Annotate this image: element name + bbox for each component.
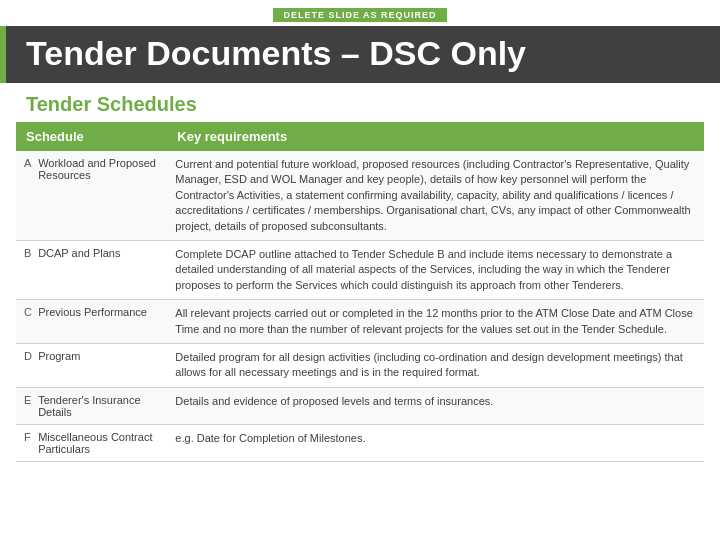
row-requirements: Current and potential future workload, p… xyxy=(167,151,704,240)
table-row: DProgramDetailed program for all design … xyxy=(16,343,704,387)
table-wrapper: Schedule Key requirements AWorkload and … xyxy=(0,122,720,462)
table-row: FMiscellaneous Contract Particularse.g. … xyxy=(16,424,704,461)
col2-header: Key requirements xyxy=(167,122,704,151)
row-schedule: Program xyxy=(36,343,167,387)
row-requirements: e.g. Date for Completion of Milestones. xyxy=(167,424,704,461)
title-area: Tender Documents – DSC Only xyxy=(0,26,720,83)
table-row: CPrevious PerformanceAll relevant projec… xyxy=(16,300,704,344)
row-schedule: Miscellaneous Contract Particulars xyxy=(36,424,167,461)
row-requirements: Complete DCAP outline attached to Tender… xyxy=(167,240,704,299)
row-schedule: Previous Performance xyxy=(36,300,167,344)
row-letter: A xyxy=(16,151,36,240)
table-row: ETenderer's Insurance DetailsDetails and… xyxy=(16,387,704,424)
row-requirements: Details and evidence of proposed levels … xyxy=(167,387,704,424)
row-requirements: Detailed program for all design activiti… xyxy=(167,343,704,387)
schedules-table: Schedule Key requirements AWorkload and … xyxy=(16,122,704,462)
row-schedule: Workload and Proposed Resources xyxy=(36,151,167,240)
row-letter: F xyxy=(16,424,36,461)
delete-banner-label: DELETE SLIDE AS REQUIRED xyxy=(273,8,446,22)
row-letter: D xyxy=(16,343,36,387)
row-requirements: All relevant projects carried out or com… xyxy=(167,300,704,344)
subtitle: Tender Schedules xyxy=(26,93,700,116)
row-letter: C xyxy=(16,300,36,344)
delete-banner: DELETE SLIDE AS REQUIRED xyxy=(0,0,720,26)
table-row: AWorkload and Proposed ResourcesCurrent … xyxy=(16,151,704,240)
col1-header: Schedule xyxy=(16,122,167,151)
row-schedule: Tenderer's Insurance Details xyxy=(36,387,167,424)
table-row: BDCAP and PlansComplete DCAP outline att… xyxy=(16,240,704,299)
row-letter: E xyxy=(16,387,36,424)
page: DELETE SLIDE AS REQUIRED Tender Document… xyxy=(0,0,720,540)
row-letter: B xyxy=(16,240,36,299)
main-title: Tender Documents – DSC Only xyxy=(20,34,700,73)
subtitle-area: Tender Schedules xyxy=(0,83,720,122)
row-schedule: DCAP and Plans xyxy=(36,240,167,299)
